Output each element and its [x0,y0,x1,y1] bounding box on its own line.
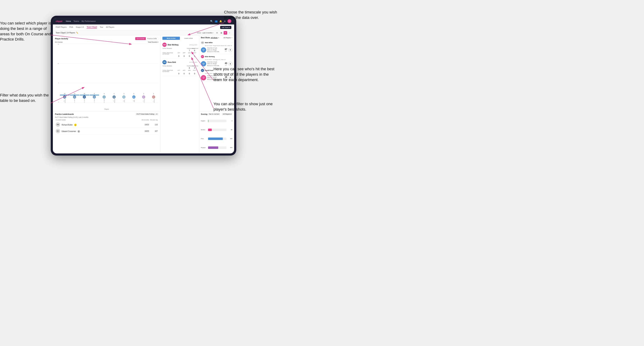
dropdown-arrow-icon: ▾ [158,41,158,43]
bs-tab-all-shots[interactable]: All Shots [211,37,218,39]
lb-player-name-0: Richard Butler [62,124,72,126]
nav-link-myperformance[interactable]: My Performance [82,20,96,22]
lb-row-0[interactable]: RB Richard Butler 1 19/20 110 [55,121,158,128]
lb-dropdown[interactable]: PUTT Must Make Putting ... ▾ [136,113,158,115]
scoring-bars: Eagles 3 Birdies 96 [201,116,232,152]
ma-tab-most-active[interactable]: Most Active [162,37,180,40]
lb-avatar-0: RB [56,122,60,127]
bs-dropdown-arrow-shots[interactable]: ▾ [218,37,219,39]
ma-date-0: 26 Aug 2023 [189,44,197,46]
scoring-dropdown-2[interactable]: All Players ▾ [222,113,232,115]
ma-stats-header-1: Total Rounds Tournament Practice [162,65,197,67]
grid-line-top [60,44,158,44]
scoring-count-eagles: 3 [228,120,232,122]
ma-practice-activities-label-0: Total Practice Activities GTT APP ARG PU… [162,52,197,55]
top-nav: clippd Home Teams My Performance 🔍 👥 🔔 ⊕… [53,18,234,24]
scoring-bar-fill-eagles [208,120,208,122]
bar-group-1: 12 RB R. Britt [70,93,80,103]
annotation-top-left: You can select which player is doing the… [0,21,52,42]
bar-chart: 15 10 5 0 [55,44,158,108]
bar-value-0: 13 [64,93,65,94]
view-grid-icon[interactable]: ⊞ [215,31,219,35]
tab-hcaps[interactable]: Hcaps 1-5 [76,26,84,28]
bs-players-arrow[interactable]: ▾ [232,37,232,39]
tab-all-players[interactable]: All Players [106,26,114,28]
y-label-15: 15 [58,44,59,45]
shot-badge-2: 198 SG [201,75,206,80]
bar-avatar-8: EC [142,95,145,99]
bs-title: Best Shots [201,37,210,39]
view-sort-icon[interactable]: ↕ [228,31,231,35]
scoring-title: Scoring [201,113,208,115]
shot-avatar-2: DF [201,69,204,72]
lb-avg-0: 110 [149,124,158,126]
bar-avatar-1: RB [73,95,76,99]
chart-dropdown[interactable]: Total Rounds ▾ [148,41,158,43]
x-axis-label: Players [55,108,158,110]
ma-header: Most Active Least Active [162,37,197,40]
bar-group-2: 10 DF D. Ford [80,93,89,103]
bar-avatar-2: DF [83,95,86,99]
left-panel: Player Activity On Course Practice Drill… [53,35,161,154]
ma-practice-label-0: Practice [192,48,197,49]
team-name: Team Clippd | 14 Players [56,32,75,34]
scoring-bar-fill-birdies [208,129,212,131]
scoring-label-eagles: Eagles [201,120,207,122]
shot-player-row-0: MM Matt Miller › [201,41,232,44]
bell-icon[interactable]: 🔔 [219,20,222,22]
show-dropdown-arrow[interactable]: ▾ [212,32,214,34]
search-icon[interactable]: 🔍 [210,20,213,22]
bs-header: Best Shots All Shots ▾ All Players ▾ [201,37,232,39]
add-team-button[interactable]: Add Team ▾ [220,26,231,29]
view-heart-icon[interactable]: ♥ [224,31,227,35]
show-dropdown[interactable]: Last 3 months [202,32,212,34]
lb-badge-0: 1 [74,124,77,126]
sub-nav: PGAT Players PGA Hcaps 1-5 Team Clippd T… [53,24,234,30]
nav-link-home[interactable]: Home [66,20,71,22]
annotation-top-right: Choose the timescale you wish to see the… [224,9,280,20]
lb-subtitle: PUTT Must Make Putting (3-6 ft), Last 3 … [55,116,158,118]
scoring-bar-fill-pars [208,138,223,140]
bar-group-8: 2 EC E. Crossman [139,93,148,103]
tab-tour[interactable]: Tour [100,26,103,28]
scoring-dropdown-1[interactable]: Par 3, 4 & 5s ▾ [208,113,220,115]
ma-practice-vals-0: 0 0 0 1 [162,55,197,57]
ma-practice-activities-label-1: Total Practice Activities GTT APP ARG PU… [162,70,197,72]
tab-pgat-players[interactable]: PGAT Players [56,26,66,28]
right-panel: Best Shots All Shots ▾ All Players ▾ MM … [199,35,234,154]
bar-value-4: 5 [104,93,104,94]
shot-stat-zero-1: 0 [228,62,232,66]
scoring-label-pars: Pars [201,138,207,140]
bar-avatar-9: LR [152,95,155,99]
most-active-section: Most Active Least Active BM Blair McHarg… [161,35,199,154]
lb-row-1[interactable]: EC Edward Crossman 2 18/20 107 [55,128,158,134]
ma-practice-val-0: 6 [192,50,197,51]
ma-tab-least-active[interactable]: Least Active [180,37,198,40]
bar-name-2: D. Ford [84,99,85,103]
bar-avatar-6: RB [122,95,126,99]
lb-col-name: PLAYER NAME [56,119,140,121]
toggle-practice-drills[interactable]: Practice Drills [146,37,158,40]
shot-player-row-1: BM Blair McHarg › [201,55,232,58]
ma-player-name-1: Rees Britt [168,61,189,63]
scoring-count-pars: 499 [228,138,232,140]
tab-pga[interactable]: PGA [69,26,73,28]
users-icon[interactable]: 👥 [215,20,218,22]
ma-stats-row-1: 8 4 [162,67,197,69]
nav-link-teams[interactable]: Teams [74,20,79,22]
bs-tab-all-players[interactable]: All Players [223,37,231,39]
shot-badge-1: 200 SG [201,61,206,66]
edit-icon[interactable]: ✏️ [76,32,78,34]
ma-player-top-1: RB Rees Britt 02 Sep 2023 [162,60,197,64]
scoring-row-bogeys: Bogeys 315 [201,147,232,149]
ma-avatar-1: RB [162,60,166,64]
toggle-on-course[interactable]: On Course [135,37,146,40]
view-list-icon[interactable]: ▦ [220,31,223,35]
shot-card-1[interactable]: BM Blair McHarg › 23 Jul 2023 · Ashridge… [201,54,232,68]
ma-player-card-1: RB Rees Britt 02 Sep 2023 Total Rounds T… [162,59,197,76]
annotation-filter: You can also filter to show just one pla… [214,101,275,112]
bar-value-3: 9 [94,93,95,94]
tab-team-clippd[interactable]: Team Clippd [86,26,97,29]
shot-card-0[interactable]: MM Matt Miller › 09 Jun 2023 · Royal Nor… [201,40,232,54]
scoring-count-birdies: 96 [228,129,232,131]
